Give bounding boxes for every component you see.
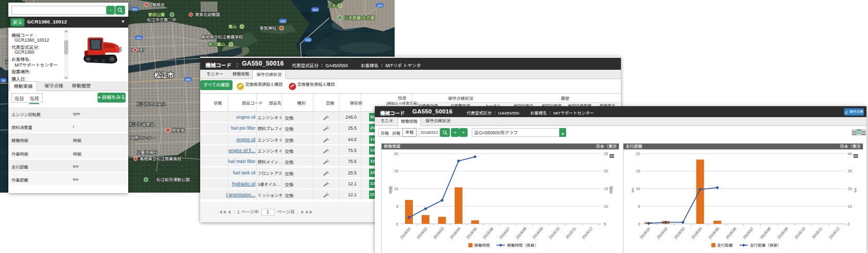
svg-text:10: 10 (848, 204, 852, 209)
svg-text:0: 0 (848, 222, 850, 226)
svg-text:km: km (631, 187, 634, 193)
svg-text:0: 0 (396, 222, 398, 226)
svg-text:10: 10 (636, 186, 640, 191)
svg-text:20: 20 (604, 169, 608, 173)
svg-text:島根大: 島根大 (152, 3, 165, 7)
svg-text:育英北幼稚園: 育英北幼稚園 (195, 12, 220, 17)
svg-text:国際センター: 国際センター (130, 136, 155, 141)
svg-text:松江市: 松江市 (154, 72, 174, 79)
svg-text:254: 254 (377, 4, 383, 7)
svg-text:40: 40 (848, 151, 852, 156)
svg-text:松江総合運動公園: 松江総合運動公園 (156, 178, 190, 182)
svg-text:5: 5 (396, 204, 398, 209)
svg-text:和久羅山: 和久羅山 (208, 42, 225, 47)
svg-text:260: 260 (280, 20, 286, 23)
svg-text:485: 485 (185, 78, 191, 81)
svg-text:多気神社: 多気神社 (260, 26, 276, 31)
svg-text:20: 20 (394, 151, 398, 156)
svg-text:5: 5 (604, 222, 606, 226)
svg-text:5: 5 (638, 204, 640, 209)
svg-text:20: 20 (636, 151, 640, 156)
svg-text:24: 24 (2, 79, 5, 82)
svg-text:稼働時間（換算）: 稼働時間（換算） (507, 243, 539, 248)
svg-text:時間: 時間 (609, 186, 613, 194)
svg-text:稼働時間: 稼働時間 (474, 243, 490, 248)
svg-text:30: 30 (848, 169, 852, 173)
svg-text:時間: 時間 (389, 186, 393, 194)
svg-text:25: 25 (604, 151, 608, 156)
svg-text:島根県立松江養護学校: 島根県立松江養護学校 (201, 35, 243, 40)
svg-text:203: 203 (312, 8, 318, 11)
svg-text:15: 15 (636, 169, 640, 173)
svg-text:0: 0 (638, 222, 640, 226)
svg-text:431: 431 (132, 8, 138, 11)
svg-text:開星高: 開星高 (172, 128, 185, 133)
svg-text:20: 20 (848, 186, 852, 191)
svg-text:八重垣神社: 八重垣神社 (137, 150, 157, 155)
svg-text:嵩山: 嵩山 (228, 24, 237, 29)
svg-text:松江牛協食品: 松江牛協食品 (129, 122, 154, 127)
svg-text:走行距離: 走行距離 (717, 243, 733, 248)
svg-text:15: 15 (604, 186, 608, 191)
svg-text:15: 15 (394, 169, 398, 173)
svg-text:10: 10 (604, 204, 608, 209)
svg-text:島根県立松江商業高校: 島根県立松江商業高校 (140, 157, 181, 161)
svg-text:松江市立中央小: 松江市立中央小 (137, 102, 166, 107)
svg-text:松江市立第二中: 松江市立第二中 (147, 18, 176, 22)
svg-text:日本庭園 由志園: 日本庭園 由志園 (344, 16, 374, 20)
svg-text:338: 338 (305, 39, 311, 42)
svg-text:421: 421 (136, 36, 142, 40)
svg-text:km: km (853, 187, 857, 193)
svg-text:10: 10 (394, 186, 398, 191)
svg-text:曽田公園: 曽田公園 (148, 12, 165, 17)
svg-text:走行距離（換算）: 走行距離（換算） (750, 243, 781, 248)
